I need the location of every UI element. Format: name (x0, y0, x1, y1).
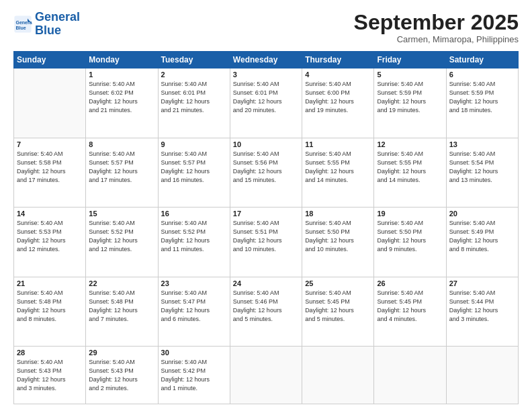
day-info: Sunrise: 5:40 AM Sunset: 6:02 PM Dayligh… (89, 80, 154, 115)
day-number: 14 (17, 210, 83, 218)
table-row: 6Sunrise: 5:40 AM Sunset: 5:59 PM Daylig… (446, 68, 518, 138)
table-row: 21Sunrise: 5:40 AM Sunset: 5:48 PM Dayli… (14, 277, 86, 346)
table-row: 1Sunrise: 5:40 AM Sunset: 6:02 PM Daylig… (86, 68, 158, 138)
table-row: 24Sunrise: 5:40 AM Sunset: 5:46 PM Dayli… (230, 277, 302, 346)
day-info: Sunrise: 5:40 AM Sunset: 5:50 PM Dayligh… (305, 219, 371, 254)
day-number: 24 (233, 279, 299, 287)
col-monday: Monday (86, 52, 158, 68)
col-friday: Friday (374, 52, 446, 68)
table-row: 26Sunrise: 5:40 AM Sunset: 5:45 PM Dayli… (374, 277, 446, 346)
day-info: Sunrise: 5:40 AM Sunset: 5:48 PM Dayligh… (89, 289, 154, 324)
table-row: 14Sunrise: 5:40 AM Sunset: 5:53 PM Dayli… (14, 208, 86, 277)
svg-text:General: General (16, 20, 33, 25)
calendar-week-row: 7Sunrise: 5:40 AM Sunset: 5:58 PM Daylig… (14, 138, 519, 207)
day-info: Sunrise: 5:40 AM Sunset: 6:01 PM Dayligh… (233, 80, 299, 115)
table-row: 11Sunrise: 5:40 AM Sunset: 5:55 PM Dayli… (302, 138, 374, 207)
day-info: Sunrise: 5:40 AM Sunset: 5:54 PM Dayligh… (449, 150, 515, 185)
table-row: 8Sunrise: 5:40 AM Sunset: 5:57 PM Daylig… (86, 138, 158, 207)
day-number: 26 (377, 279, 443, 287)
table-row: 2Sunrise: 5:40 AM Sunset: 6:01 PM Daylig… (158, 68, 230, 138)
calendar-week-row: 14Sunrise: 5:40 AM Sunset: 5:53 PM Dayli… (14, 208, 519, 277)
day-number: 2 (161, 71, 227, 79)
logo-icon: General Blue (13, 15, 32, 34)
day-number: 15 (89, 210, 154, 218)
day-info: Sunrise: 5:40 AM Sunset: 5:43 PM Dayligh… (17, 358, 83, 393)
day-number: 8 (89, 140, 154, 148)
day-number: 10 (233, 140, 299, 148)
day-number: 21 (17, 279, 83, 287)
day-number: 29 (89, 349, 154, 357)
day-number: 18 (305, 210, 371, 218)
day-number: 13 (449, 140, 515, 148)
table-row: 3Sunrise: 5:40 AM Sunset: 6:01 PM Daylig… (230, 68, 302, 138)
table-row: 5Sunrise: 5:40 AM Sunset: 5:59 PM Daylig… (374, 68, 446, 138)
day-number: 19 (377, 210, 443, 218)
table-row: 7Sunrise: 5:40 AM Sunset: 5:58 PM Daylig… (14, 138, 86, 207)
day-info: Sunrise: 5:40 AM Sunset: 5:57 PM Dayligh… (161, 150, 227, 185)
day-info: Sunrise: 5:40 AM Sunset: 5:59 PM Dayligh… (449, 80, 515, 115)
table-row: 18Sunrise: 5:40 AM Sunset: 5:50 PM Dayli… (302, 208, 374, 277)
table-row (374, 346, 446, 404)
table-row: 9Sunrise: 5:40 AM Sunset: 5:57 PM Daylig… (158, 138, 230, 207)
logo: General Blue GeneralBlue (13, 11, 80, 38)
day-number: 16 (161, 210, 227, 218)
location: Carmen, Mimaropa, Philippines (354, 34, 519, 44)
day-info: Sunrise: 5:40 AM Sunset: 5:50 PM Dayligh… (377, 219, 443, 254)
table-row: 27Sunrise: 5:40 AM Sunset: 5:44 PM Dayli… (446, 277, 518, 346)
day-info: Sunrise: 5:40 AM Sunset: 5:45 PM Dayligh… (305, 289, 371, 324)
header: General Blue GeneralBlue September 2025 … (13, 11, 519, 44)
calendar-header-row: Sunday Monday Tuesday Wednesday Thursday… (14, 52, 519, 68)
day-info: Sunrise: 5:40 AM Sunset: 5:53 PM Dayligh… (17, 219, 83, 254)
day-number: 6 (449, 71, 515, 79)
table-row: 10Sunrise: 5:40 AM Sunset: 5:56 PM Dayli… (230, 138, 302, 207)
day-number: 25 (305, 279, 371, 287)
table-row (302, 346, 374, 404)
day-number: 30 (161, 349, 227, 357)
day-number: 5 (377, 71, 443, 79)
day-info: Sunrise: 5:40 AM Sunset: 6:00 PM Dayligh… (305, 80, 371, 115)
day-number: 27 (449, 279, 515, 287)
logo-text: GeneralBlue (35, 11, 80, 38)
day-number: 7 (17, 140, 83, 148)
day-info: Sunrise: 5:40 AM Sunset: 5:51 PM Dayligh… (233, 219, 299, 254)
day-number: 22 (89, 279, 154, 287)
day-info: Sunrise: 5:40 AM Sunset: 6:01 PM Dayligh… (161, 80, 227, 115)
day-info: Sunrise: 5:40 AM Sunset: 5:47 PM Dayligh… (161, 289, 227, 324)
title-block: September 2025 Carmen, Mimaropa, Philipp… (354, 11, 519, 44)
table-row: 13Sunrise: 5:40 AM Sunset: 5:54 PM Dayli… (446, 138, 518, 207)
table-row: 16Sunrise: 5:40 AM Sunset: 5:52 PM Dayli… (158, 208, 230, 277)
table-row: 23Sunrise: 5:40 AM Sunset: 5:47 PM Dayli… (158, 277, 230, 346)
day-number: 12 (377, 140, 443, 148)
col-tuesday: Tuesday (158, 52, 230, 68)
table-row: 20Sunrise: 5:40 AM Sunset: 5:49 PM Dayli… (446, 208, 518, 277)
table-row: 17Sunrise: 5:40 AM Sunset: 5:51 PM Dayli… (230, 208, 302, 277)
day-info: Sunrise: 5:40 AM Sunset: 5:55 PM Dayligh… (377, 150, 443, 185)
table-row: 25Sunrise: 5:40 AM Sunset: 5:45 PM Dayli… (302, 277, 374, 346)
page: General Blue GeneralBlue September 2025 … (0, 0, 532, 411)
calendar-week-row: 1Sunrise: 5:40 AM Sunset: 6:02 PM Daylig… (14, 68, 519, 138)
table-row: 19Sunrise: 5:40 AM Sunset: 5:50 PM Dayli… (374, 208, 446, 277)
table-row (14, 68, 86, 138)
table-row (446, 346, 518, 404)
col-thursday: Thursday (302, 52, 374, 68)
day-info: Sunrise: 5:40 AM Sunset: 5:46 PM Dayligh… (233, 289, 299, 324)
day-number: 4 (305, 71, 371, 79)
day-info: Sunrise: 5:40 AM Sunset: 5:45 PM Dayligh… (377, 289, 443, 324)
day-info: Sunrise: 5:40 AM Sunset: 5:42 PM Dayligh… (161, 358, 227, 393)
day-info: Sunrise: 5:40 AM Sunset: 5:57 PM Dayligh… (89, 150, 154, 185)
day-number: 17 (233, 210, 299, 218)
calendar-week-row: 21Sunrise: 5:40 AM Sunset: 5:48 PM Dayli… (14, 277, 519, 346)
day-number: 1 (89, 71, 154, 79)
day-number: 3 (233, 71, 299, 79)
day-info: Sunrise: 5:40 AM Sunset: 5:43 PM Dayligh… (89, 358, 154, 393)
table-row: 4Sunrise: 5:40 AM Sunset: 6:00 PM Daylig… (302, 68, 374, 138)
day-info: Sunrise: 5:40 AM Sunset: 5:59 PM Dayligh… (377, 80, 443, 115)
day-info: Sunrise: 5:40 AM Sunset: 5:58 PM Dayligh… (17, 150, 83, 185)
calendar-table: Sunday Monday Tuesday Wednesday Thursday… (13, 51, 519, 404)
col-sunday: Sunday (14, 52, 86, 68)
table-row: 29Sunrise: 5:40 AM Sunset: 5:43 PM Dayli… (86, 346, 158, 404)
day-info: Sunrise: 5:40 AM Sunset: 5:48 PM Dayligh… (17, 289, 83, 324)
day-number: 9 (161, 140, 227, 148)
table-row (230, 346, 302, 404)
table-row: 12Sunrise: 5:40 AM Sunset: 5:55 PM Dayli… (374, 138, 446, 207)
